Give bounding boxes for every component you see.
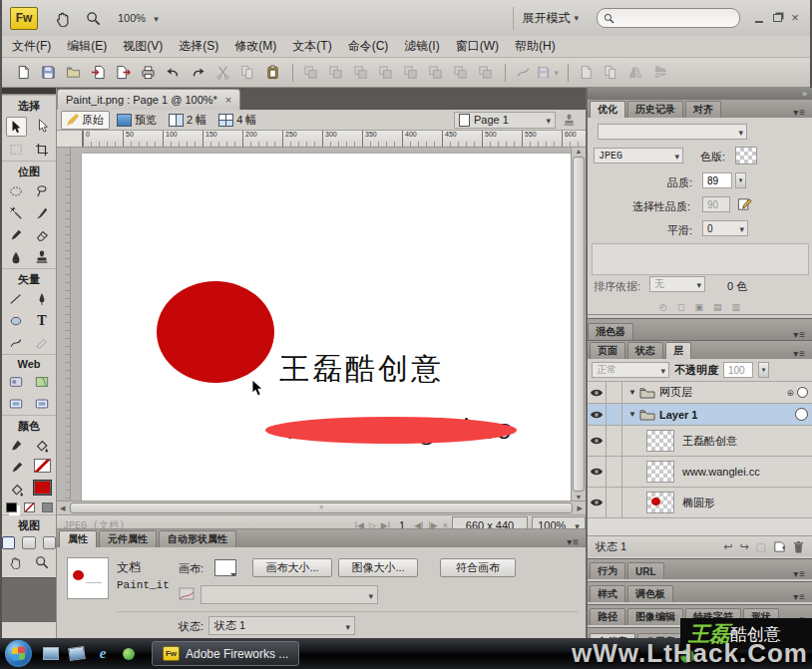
slice-tool[interactable] (33, 373, 52, 391)
active-layer-radio[interactable] (795, 408, 808, 421)
layer-row-web-layer[interactable]: 网页层 ⊕ (588, 382, 812, 404)
quality-input[interactable] (702, 172, 732, 188)
hotspot-tool[interactable] (7, 373, 26, 391)
dock-collapse-bar[interactable] (588, 88, 812, 100)
vertical-scrollbar[interactable]: ▲▼ (571, 148, 586, 501)
opacity-input[interactable] (723, 362, 753, 378)
open-icon[interactable] (62, 63, 84, 83)
add-color-icon[interactable]: ▤ (713, 302, 722, 312)
lock-cell[interactable] (607, 488, 622, 517)
panel-menu-icon[interactable] (793, 591, 806, 602)
search-input[interactable] (614, 11, 718, 25)
tab-swatches[interactable]: 调色板 (627, 585, 673, 602)
menu-filters[interactable]: 滤镜(I) (404, 38, 439, 55)
tab-align[interactable]: 对齐 (685, 101, 721, 118)
zoom-tool-icon[interactable] (82, 7, 104, 29)
cut-icon[interactable] (211, 63, 233, 83)
blend-mode-dropdown[interactable]: 正常 (592, 362, 669, 378)
align-dropdown-icon[interactable] (537, 63, 559, 83)
close-button[interactable] (786, 10, 804, 26)
distribute-to-states-icon[interactable]: ↩ (723, 540, 732, 553)
menu-view[interactable]: 视图(V) (123, 38, 163, 55)
panel-menu-icon[interactable] (793, 348, 806, 359)
import-icon[interactable] (87, 63, 109, 83)
image-size-button[interactable]: 图像大小... (338, 558, 418, 577)
tab-mixer[interactable]: 混色器 (588, 323, 633, 340)
default-export-dropdown[interactable] (201, 585, 378, 604)
layer-object-row-ellipse[interactable]: 椭圆形 (588, 488, 812, 518)
menu-modify[interactable]: 修改(M) (234, 38, 276, 55)
menu-commands[interactable]: 命令(C) (348, 38, 389, 55)
tab-close-icon[interactable] (225, 94, 231, 106)
marquee-tool[interactable] (7, 182, 26, 200)
lasso-tool[interactable] (33, 182, 52, 200)
lock-cell[interactable] (607, 404, 622, 425)
lock-cell[interactable] (607, 382, 622, 403)
selective-quality-input[interactable] (702, 196, 730, 212)
stroke-color-icon[interactable] (8, 459, 27, 477)
hand-tool[interactable] (7, 553, 26, 571)
scroll-down-icon[interactable]: ▼ (576, 494, 583, 501)
ellipse-tool[interactable] (7, 312, 26, 330)
tab-behaviors[interactable]: 行为 (590, 562, 625, 579)
brush-tool[interactable] (33, 204, 52, 222)
zoom-dropdown-icon[interactable] (150, 12, 159, 24)
eyedropper-tool[interactable] (7, 437, 26, 455)
fill-color-swatch[interactable] (34, 481, 51, 495)
expand-caret-icon[interactable] (628, 388, 636, 397)
document-tab[interactable]: Paint_it.png : Page 1 @ 100%* (57, 89, 240, 110)
full-screen-menu-mode-button[interactable] (22, 536, 35, 549)
panel-menu-icon[interactable] (793, 568, 806, 579)
transparency-icon-small[interactable]: ◻ (677, 302, 684, 312)
page-options-icon[interactable] (562, 114, 576, 127)
standard-screen-mode-button[interactable] (2, 536, 15, 549)
copy-icon[interactable] (236, 63, 258, 83)
tab-properties[interactable]: 属性 (59, 530, 97, 547)
hand-tool-icon[interactable] (52, 7, 74, 29)
layer-object-row-url[interactable]: www.wanglei.cc (588, 457, 812, 488)
hide-slices-button[interactable] (7, 395, 26, 413)
paint-bucket-tool[interactable] (33, 437, 52, 455)
save-icon[interactable] (37, 63, 59, 83)
new-layer-icon[interactable] (773, 540, 786, 553)
fireworks-logo-icon[interactable]: Fw (10, 7, 38, 30)
expand-caret-icon[interactable] (628, 410, 636, 419)
rubber-stamp-tool[interactable] (33, 248, 52, 266)
tab-url[interactable]: URL (627, 562, 664, 579)
visibility-eye-icon[interactable] (588, 488, 607, 517)
text-tool[interactable]: T (33, 312, 52, 330)
freeform-tool[interactable] (7, 334, 26, 352)
tab-styles[interactable]: 样式 (590, 585, 625, 602)
panel-menu-icon[interactable] (793, 329, 806, 340)
canvas-title-text[interactable]: 王磊酷创意 (279, 349, 444, 390)
subselect-tool[interactable] (34, 117, 53, 135)
pencil-tool[interactable] (7, 226, 26, 244)
restore-button[interactable] (768, 10, 786, 26)
red-ellipse-shape[interactable] (265, 417, 517, 444)
scroll-right-icon[interactable]: ▶ (578, 504, 583, 512)
tab-path[interactable]: 路径 (590, 608, 625, 625)
pointer-tool[interactable] (6, 117, 27, 137)
panel-menu-icon[interactable] (793, 107, 806, 118)
export-icon[interactable] (112, 63, 134, 83)
horizontal-scroll-thumb[interactable]: ≡ (70, 502, 572, 513)
eraser-tool[interactable] (33, 226, 52, 244)
group-icon[interactable] (299, 63, 321, 83)
layer-row-layer1[interactable]: Layer 1 (588, 404, 812, 426)
new-document-icon[interactable] (12, 63, 34, 83)
smoothing-dropdown[interactable]: 0 (702, 220, 748, 236)
canvas-color-swatch[interactable] (214, 559, 236, 576)
scroll-up-icon[interactable]: ▲ (576, 148, 583, 155)
onion-skin-icon[interactable]: ↪ (739, 540, 748, 553)
delete-color-icon[interactable]: ▥ (731, 302, 740, 312)
crop-tool[interactable] (33, 141, 52, 159)
red-circle-shape[interactable] (157, 281, 274, 383)
line-tool[interactable] (7, 290, 26, 308)
blur-tool[interactable] (7, 248, 26, 266)
redo-icon[interactable] (187, 63, 208, 83)
send-backward-icon[interactable] (449, 63, 471, 83)
rotate-cw-icon[interactable] (600, 63, 621, 83)
zoom-tool[interactable] (33, 553, 52, 571)
tab-symbol-properties[interactable]: 元件属性 (99, 530, 157, 547)
lock-color-icon[interactable]: ▣ (694, 302, 703, 312)
